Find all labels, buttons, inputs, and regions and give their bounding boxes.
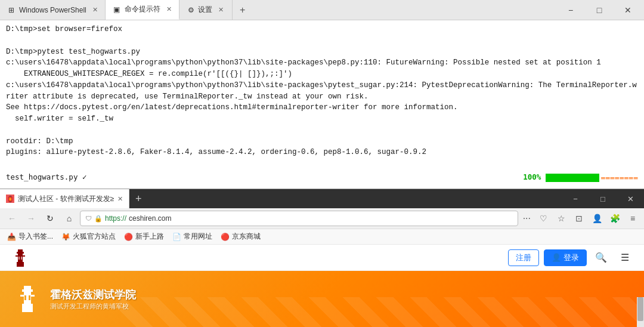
login-icon: 👤 [552,253,561,262]
orange-hero-section: 霍格沃兹测试学院 测试开发工程师的黄埔军校 [0,271,644,327]
browser-tab-label: 测试人社区 - 软件测试开发发≥ [18,194,114,204]
browser-tab-icon: 🏮 [6,195,14,203]
progress-stripes: ======== [600,172,638,184]
tab-settings-close[interactable]: ✕ [218,6,224,14]
terminal-line-6: c:\users\16478\appdata\local\programs\py… [6,80,638,103]
browser-close-button[interactable]: ✕ [617,189,644,208]
svg-rect-11 [22,304,33,312]
browser-maximize-button[interactable]: □ [589,189,617,208]
stripe-decoration [119,297,644,327]
tab-cmd-label: 命令提示符 [125,4,160,14]
scrollbar-thumb[interactable] [637,297,643,321]
new-tab-button[interactable]: + [233,0,253,20]
site-logo [10,247,31,269]
site-subtitle: 测试开发工程师的黄埔军校 [50,302,136,311]
search-button[interactable]: 🔍 [592,248,611,267]
security-icon: 🛡 [85,215,92,222]
terminal-line-4: c:\users\16478\appdata\local\programs\py… [6,57,638,69]
progress-bar-fill [546,174,599,182]
import-icon: 📥 [7,233,16,241]
common-icon: 📄 [172,233,181,241]
terminal-line-7: See https://docs.pytest.org/en/latest/de… [6,102,638,113]
terminal-line-12 [6,158,638,169]
svg-rect-3 [16,255,25,257]
orange-logo-icon [12,283,43,314]
tab-cmd[interactable]: ▣ 命令提示符 ✕ [106,0,179,20]
bookmark-firefox-label: 火狐官方站点 [73,232,116,242]
site-nav: 注册 👤 登录 🔍 ☰ [0,245,644,271]
profile-button[interactable]: 👤 [589,211,605,226]
terminal-line-3: D:\tmp>pytest test_hogwarts.py [6,47,638,58]
firefox-icon: 🦊 [61,233,70,241]
powershell-icon: ⊞ [7,6,16,14]
site-menu-button[interactable]: ☰ [615,248,634,267]
terminal-line-8: self.writer = self._tw [6,113,638,125]
orange-logo-area: 霍格沃兹测试学院 测试开发工程师的黄埔军校 [12,283,136,314]
browser-tab-close[interactable]: ✕ [117,195,123,203]
terminal-titlebar: ⊞ Windows PowerShell ✕ ▣ 命令提示符 ✕ ⚙ 设置 ✕ … [0,0,644,20]
svg-rect-10 [20,295,35,297]
svg-rect-0 [18,249,23,252]
extensions-button[interactable]: 🧩 [607,211,623,226]
address-text: ceshiren.com [129,214,513,223]
newuser-icon: 🔴 [124,233,133,241]
cmd-icon: ▣ [113,5,121,14]
bookmark-jd-label: 京东商城 [232,232,261,242]
svg-rect-13 [29,295,30,300]
home-button[interactable]: ⌂ [61,211,78,226]
bookmark-newuser-label: 新手上路 [135,232,164,242]
menu-button[interactable]: ≡ [625,211,640,226]
bookmark-import-label: 导入书签... [18,232,53,242]
login-button[interactable]: 👤 登录 [544,249,587,266]
tab-cmd-close[interactable]: ✕ [166,5,172,13]
bookmark-import[interactable]: 📥 导入书签... [5,231,55,242]
collections-button[interactable]: ⊡ [571,211,587,226]
tab-powershell-close[interactable]: ✕ [92,6,98,14]
progress-percent: 100% [523,172,541,183]
register-button[interactable]: 注册 [508,249,539,266]
browser-window: 🏮 测试人社区 - 软件测试开发发≥ ✕ + − □ ✕ ← → ↻ ⌂ 🛡 🔒… [0,189,644,327]
window-controls: − □ ✕ [557,0,644,20]
svg-rect-7 [24,286,31,289]
terminal-line-1: D:\tmp>set browser=firefox [6,24,638,35]
favorite-button[interactable]: ♡ [535,211,551,226]
terminal-window: ⊞ Windows PowerShell ✕ ▣ 命令提示符 ✕ ⚙ 设置 ✕ … [0,0,644,191]
tab-settings[interactable]: ⚙ 设置 ✕ [179,0,233,20]
bookmarks-bar: 📥 导入书签... 🦊 火狐官方站点 🔴 新手上路 📄 常用网址 🔴 京东商城 [0,229,644,245]
svg-rect-5 [18,257,20,260]
tab-settings-label: 设置 [198,5,212,15]
browser-minimize-button[interactable]: − [562,189,589,208]
browser-titlebar: 🏮 测试人社区 - 软件测试开发发≥ ✕ + − □ ✕ [0,189,644,208]
forward-button[interactable]: → [23,211,39,226]
address-https: https:// [105,214,126,223]
svg-rect-6 [21,257,22,260]
terminal-line-9 [6,125,638,136]
back-button[interactable]: ← [4,211,20,226]
browser-tab-ceshiren[interactable]: 🏮 测试人社区 - 软件测试开发发≥ ✕ [0,189,129,208]
bookmark-common-label: 常用网址 [184,232,212,242]
svg-rect-4 [17,262,24,267]
scrollbar-track[interactable] [637,297,644,327]
close-button[interactable]: ✕ [614,0,642,20]
star-button[interactable]: ☆ [553,211,569,226]
progress-row: test_hogwarts.py ✓ 100% ======== [6,172,638,184]
address-bar[interactable]: 🛡 🔒 https:// ceshiren.com [80,211,518,226]
terminal-line-5: EXTRANEOUS_WHITESPACE_REGEX = re.compile… [6,69,638,80]
tab-powershell-label: Windows PowerShell [19,6,86,14]
refresh-button[interactable]: ↻ [42,211,58,226]
terminal-line-2 [6,35,638,47]
bookmark-newuser[interactable]: 🔴 新手上路 [122,231,166,242]
svg-rect-12 [24,295,26,300]
tab-powershell[interactable]: ⊞ Windows PowerShell ✕ [0,0,106,20]
bookmark-common[interactable]: 📄 常用网址 [170,231,215,242]
browser-toolbar: ← → ↻ ⌂ 🛡 🔒 https:// ceshiren.com ··· ♡ … [0,208,644,229]
bookmark-jd[interactable]: 🔴 京东商城 [218,231,263,242]
site-nav-right: 注册 👤 登录 🔍 ☰ [508,248,634,267]
minimize-button[interactable]: − [557,0,584,20]
browser-new-tab-button[interactable]: + [129,189,147,208]
jd-icon: 🔴 [221,233,230,241]
maximize-button[interactable]: □ [586,0,613,20]
toolbar-right: ··· ♡ ☆ ⊡ 👤 🧩 ≡ [521,211,640,226]
more-button[interactable]: ··· [521,213,533,224]
bookmark-firefox[interactable]: 🦊 火狐官方站点 [59,231,118,242]
